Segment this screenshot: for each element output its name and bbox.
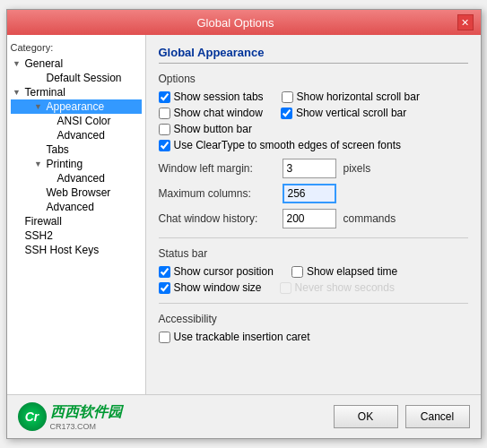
sidebar-item-label: Appearance	[47, 100, 105, 113]
category-label: Category:	[11, 42, 142, 53]
use-cleartype-checkbox[interactable]: Use ClearType to smooth edges of screen …	[159, 139, 401, 151]
dialog-body: Category: ▼ General Default Session ▼ Te…	[7, 35, 481, 394]
cancel-button[interactable]: Cancel	[405, 405, 470, 428]
expand-icon: ▼	[11, 57, 23, 70]
item-icon	[43, 172, 56, 185]
accessibility-section: Accessibility Use trackable insertion ca…	[159, 313, 468, 343]
sidebar-item-label: General	[25, 57, 64, 70]
maximum-columns-input[interactable]	[283, 184, 336, 203]
use-trackable-caret-label: Use trackable insertion caret	[174, 331, 310, 343]
window-left-margin-row: Window left margin: pixels	[159, 159, 468, 178]
logo-main: 西西软件园	[50, 403, 122, 422]
sidebar-item-advanced-appearance[interactable]: Advanced	[11, 128, 142, 142]
logo-sub: CR173.COM	[50, 422, 122, 431]
sidebar-item-printing-advanced[interactable]: Advanced	[11, 171, 142, 185]
sidebar-item-ssh-host-keys[interactable]: SSH Host Keys	[11, 243, 142, 257]
sidebar-item-general[interactable]: ▼ General	[11, 56, 142, 71]
options-section: Show session tabs Show horizontal scroll…	[159, 90, 468, 151]
expand-icon: ▼	[32, 158, 45, 170]
sidebar-item-label: Default Session	[47, 72, 122, 84]
global-options-dialog: Global Options ✕ Category: ▼ General Def…	[6, 9, 482, 439]
show-cursor-position-label: Show cursor position	[174, 265, 274, 278]
logo-circle: Cr	[18, 402, 47, 431]
sidebar-item-ansi-color[interactable]: ANSI Color	[11, 114, 142, 128]
show-window-size-checkbox[interactable]: Show window size	[159, 281, 262, 294]
close-button[interactable]: ✕	[457, 14, 474, 30]
maximum-columns-label: Maximum columns:	[159, 187, 275, 200]
accessibility-label: Accessibility	[159, 313, 468, 325]
item-icon	[43, 129, 56, 142]
expand-icon: ▼	[32, 100, 45, 113]
sidebar-item-tabs[interactable]: Tabs	[11, 142, 142, 157]
sidebar-item-label: Advanced	[57, 129, 105, 142]
show-vertical-scroll-label: Show vertical scroll bar	[296, 107, 406, 119]
dialog-footer: Cr 西西软件园 CR173.COM OK Cancel	[7, 394, 481, 438]
status-row-2: Show window size Never show seconds	[159, 281, 468, 294]
window-left-margin-input[interactable]	[283, 159, 336, 178]
show-button-bar-label: Show button bar	[174, 123, 252, 135]
show-chat-window-label: Show chat window	[174, 107, 263, 119]
sidebar-item-label: SSH Host Keys	[25, 244, 100, 256]
titlebar: Global Options ✕	[7, 10, 481, 35]
divider-2	[159, 303, 468, 304]
status-bar-label: Status bar	[159, 247, 468, 260]
item-icon	[11, 244, 23, 256]
item-icon	[32, 186, 45, 199]
ok-button[interactable]: OK	[334, 405, 398, 428]
sidebar-item-label: Tabs	[47, 143, 69, 156]
sidebar-item-terminal[interactable]: ▼ Terminal	[11, 85, 142, 99]
divider-1	[159, 237, 468, 238]
options-row-2: Show chat window Show vertical scroll ba…	[159, 107, 468, 119]
show-horizontal-scroll-checkbox[interactable]: Show horizontal scroll bar	[282, 90, 420, 103]
show-elapsed-time-label: Show elapsed time	[307, 265, 397, 278]
show-vertical-scroll-checkbox[interactable]: Show vertical scroll bar	[281, 107, 406, 119]
logo-area: Cr 西西软件园 CR173.COM	[18, 402, 326, 431]
sidebar-item-ssh2[interactable]: SSH2	[11, 228, 142, 243]
sidebar-item-firewall[interactable]: Firewall	[11, 214, 142, 228]
use-cleartype-label: Use ClearType to smooth edges of screen …	[174, 139, 401, 151]
options-group-label: Options	[159, 73, 468, 85]
section-title: Global Appearance	[159, 46, 468, 64]
dialog-title: Global Options	[14, 16, 457, 30]
chat-window-history-unit: commands	[344, 212, 396, 225]
chat-window-history-input[interactable]	[283, 209, 336, 228]
status-row-1: Show cursor position Show elapsed time	[159, 265, 468, 278]
sidebar-item-label: ANSI Color	[57, 115, 111, 127]
window-left-margin-unit: pixels	[344, 162, 371, 175]
use-trackable-caret-checkbox[interactable]: Use trackable insertion caret	[159, 331, 310, 343]
show-window-size-label: Show window size	[174, 281, 262, 294]
expand-icon: ▼	[11, 86, 23, 99]
item-icon	[11, 215, 23, 228]
never-show-seconds-checkbox: Never show seconds	[280, 281, 395, 294]
logo-letter: Cr	[25, 409, 39, 424]
accessibility-row-1: Use trackable insertion caret	[159, 331, 468, 343]
sidebar-item-default-session[interactable]: Default Session	[11, 71, 142, 85]
sidebar-item-label: Firewall	[25, 215, 62, 228]
show-session-tabs-checkbox[interactable]: Show session tabs	[159, 90, 264, 103]
sidebar-item-printing[interactable]: ▼ Printing	[11, 157, 142, 171]
sidebar-item-label: Terminal	[25, 86, 65, 99]
item-icon	[43, 115, 56, 127]
status-bar-section: Status bar Show cursor position Show ela…	[159, 247, 468, 294]
sidebar-item-label: Web Browser	[47, 186, 111, 199]
show-session-tabs-label: Show session tabs	[174, 90, 264, 103]
sidebar-item-web-browser[interactable]: Web Browser	[11, 185, 142, 200]
sidebar-item-terminal-advanced[interactable]: Advanced	[11, 200, 142, 214]
item-icon	[11, 229, 23, 242]
item-icon	[32, 143, 45, 156]
show-button-bar-checkbox[interactable]: Show button bar	[159, 123, 252, 135]
options-row-1: Show session tabs Show horizontal scroll…	[159, 90, 468, 103]
show-chat-window-checkbox[interactable]: Show chat window	[159, 107, 263, 119]
show-elapsed-time-checkbox[interactable]: Show elapsed time	[291, 265, 397, 278]
item-icon	[32, 72, 45, 84]
show-horizontal-scroll-label: Show horizontal scroll bar	[297, 90, 420, 103]
chat-window-history-label: Chat window history:	[159, 212, 275, 225]
sidebar-item-label: Printing	[47, 158, 83, 170]
item-icon	[32, 201, 45, 213]
sidebar-item-label: Advanced	[57, 172, 105, 185]
show-cursor-position-checkbox[interactable]: Show cursor position	[159, 265, 274, 278]
sidebar: Category: ▼ General Default Session ▼ Te…	[7, 35, 146, 394]
never-show-seconds-label: Never show seconds	[295, 281, 395, 294]
sidebar-item-label: SSH2	[25, 229, 53, 242]
sidebar-item-appearance[interactable]: ▼ Appearance	[11, 99, 142, 114]
